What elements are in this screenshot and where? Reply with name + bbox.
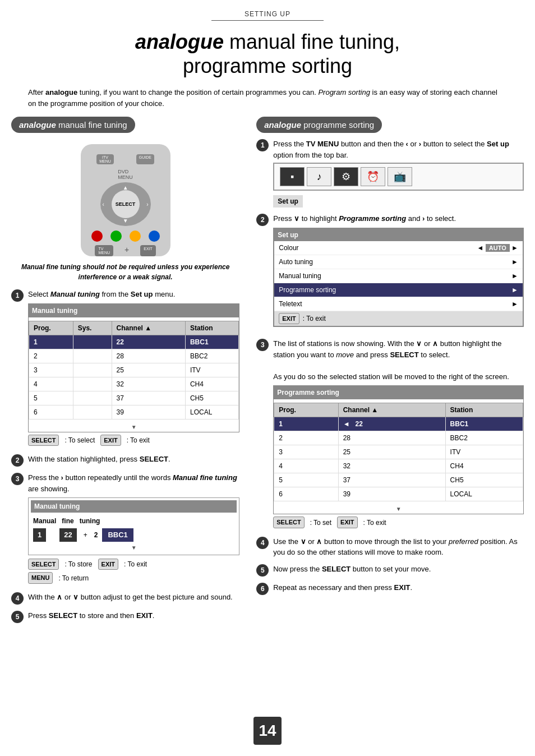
auto-tuning-arrow: ► xyxy=(511,257,518,267)
manual-tuning-table: Prog. Sys. Channel ▲ Station 122BBC1 xyxy=(29,321,239,420)
right-step-num-5: 5 xyxy=(256,564,269,577)
left-step-1: 1 Select Manual tuning from the Set up m… xyxy=(11,289,239,448)
right-step-num-2: 2 xyxy=(256,214,269,226)
setup-row-autotuning: Auto tuning ► xyxy=(274,255,523,269)
plus-icon: + xyxy=(124,245,129,256)
fine-tune-value-row: 1 22 + 2 BBC1 xyxy=(31,527,237,543)
right-step-2: 2 Press ∨ to highlight Programme sorting… xyxy=(256,213,524,333)
right-step-num-3: 3 xyxy=(256,339,269,351)
left-column: analogue manual fine tuning ITVMENU GUID… xyxy=(11,117,251,629)
setup-row-progsorting: Programme sorting ► xyxy=(274,283,523,297)
fine-tune-header: Manual tuning xyxy=(31,500,237,513)
title-rest: manual fine tuning, xyxy=(224,30,400,53)
setup-exit-bar: EXIT : To exit xyxy=(274,311,523,326)
nav-right: › xyxy=(146,201,148,208)
right-step-1-content: Press the TV MENU button and then the ‹ … xyxy=(273,139,524,208)
tv-menu-btn: TVMENU xyxy=(95,245,113,256)
step-num-1: 1 xyxy=(11,289,24,302)
page-number: 14 xyxy=(253,717,282,745)
setup-row-colour: Colour ◄ AUTO ► xyxy=(274,241,523,255)
warning-text: Manual fine tuning should not be require… xyxy=(11,262,239,282)
table-row: 1 ◄ 22 BBC1 xyxy=(274,417,523,431)
right-step-num-4: 4 xyxy=(256,537,269,549)
right-step-5: 5 Now press the SELECT button to set you… xyxy=(256,564,524,577)
table-row: 122BBC1 xyxy=(29,335,239,349)
step-2-content: With the station highlighted, press SELE… xyxy=(28,454,239,465)
left-section-header: analogue manual fine tuning xyxy=(11,117,135,133)
manual-tuning-header: Manual tuning xyxy=(29,304,239,317)
step-num-4: 4 xyxy=(11,592,24,605)
exit-key: EXIT xyxy=(100,435,121,446)
step-5-content: Press SELECT to store and then EXIT. xyxy=(28,610,239,621)
left-step-5: 5 Press SELECT to store and then EXIT. xyxy=(11,610,239,623)
icon-settings: ⚙ xyxy=(334,167,358,186)
scroll-down-arrow: ▼ xyxy=(29,423,239,431)
left-step-2: 2 With the station highlighted, press SE… xyxy=(11,454,239,467)
dvd-menu-label: DVDMENU xyxy=(118,169,133,180)
prog-sort-header: Programme sorting xyxy=(274,386,523,399)
table-row: 432CH4 xyxy=(29,377,239,391)
step-num-5: 5 xyxy=(11,611,24,623)
prog-sorting-arrow: ► xyxy=(511,285,518,295)
step-3-content: Press the › button repeatedly until the … xyxy=(28,472,239,586)
right-column: analogue programme sorting 1 Press the T… xyxy=(251,117,524,629)
left-step-4: 4 With the ∧ or ∨ button adjust to get t… xyxy=(11,592,239,605)
table-row: 432CH4 xyxy=(274,459,523,473)
right-step-num-1: 1 xyxy=(256,139,269,151)
prog-sort-table: Prog. Channel ▲ Station 1 ◄ 22 BBC1 xyxy=(274,403,523,501)
right-step-3-content: The list of stations is now showing. Wit… xyxy=(273,338,524,531)
guide-btn: GUIDE xyxy=(136,154,154,164)
right-step-5-content: Now press the SELECT button to set your … xyxy=(273,564,524,575)
left-step-3: 3 Press the › button repeatedly until th… xyxy=(11,472,239,586)
icon-tv: ▪ xyxy=(280,167,305,186)
right-step-6: 6 Repeat as necessary and then press EXI… xyxy=(256,582,524,595)
exit-key-ps: EXIT xyxy=(337,517,357,528)
table-row: 228BBC2 xyxy=(29,349,239,363)
top-header: SETTING UP xyxy=(211,0,324,21)
remote-image: ITVMENU GUIDE DVDMENU ▲ ‹ SELECT › ▼ xyxy=(11,144,239,256)
step-1-content: Select Manual tuning from the Set up men… xyxy=(28,289,239,448)
col-sys: Sys. xyxy=(73,321,112,335)
remote-control: ITVMENU GUIDE DVDMENU ▲ ‹ SELECT › ▼ xyxy=(81,144,170,256)
table-key-bar: SELECT : To select EXIT : To exit xyxy=(28,435,239,446)
setup-row-teletext: Teletext ► xyxy=(274,297,523,311)
setup-icons-row: ▪ ♪ ⚙ ⏰ 📺 xyxy=(273,163,524,191)
icon-screen: 📺 xyxy=(388,167,412,186)
setup-menu: Set up Colour ◄ AUTO ► Auto tuning ► Man… xyxy=(273,228,524,328)
prog-sort-key-bar: SELECT : To set EXIT : To exit xyxy=(273,517,524,528)
setup-menu-header: Set up xyxy=(274,229,523,241)
step-4-content: With the ∧ or ∨ button adjust to get the… xyxy=(28,592,239,603)
menu-key: MENU xyxy=(28,572,53,584)
right-section-header: analogue programme sorting xyxy=(256,117,382,133)
teletext-arrow: ► xyxy=(511,299,518,309)
fine-tune-label-row: Manual fine tuning xyxy=(31,515,237,527)
fine-tune-scroll-arrow: ▼ xyxy=(31,543,237,552)
right-step-4-content: Use the ∨ or ∧ button to move through th… xyxy=(273,536,524,558)
color-btn-1 xyxy=(91,231,103,242)
col-station: Station xyxy=(185,321,238,335)
intro-text: After analogue tuning, if you want to ch… xyxy=(0,81,535,117)
title-bold: analogue xyxy=(135,30,224,53)
table-row: 537CH5 xyxy=(29,391,239,405)
exit-key-setup: EXIT xyxy=(279,313,299,325)
prog-sort-scroll-arrow: ▼ xyxy=(274,505,523,513)
page-title: analogue manual fine tuning, programme s… xyxy=(0,25,535,81)
table-row: 639LOCAL xyxy=(274,487,523,501)
color-btn-3 xyxy=(130,231,141,242)
table-row: 537CH5 xyxy=(274,473,523,487)
col-channel: Channel ▲ xyxy=(112,321,185,335)
select-key-store: SELECT xyxy=(28,559,59,570)
fine-tune-key-bar: SELECT : To store EXIT : To exit xyxy=(28,559,239,570)
right-step-1: 1 Press the TV MENU button and then the … xyxy=(256,139,524,208)
select-key-ps: SELECT xyxy=(273,517,304,528)
right-step-4: 4 Use the ∨ or ∧ button to move through … xyxy=(256,536,524,558)
itv-menu-btn: ITVMENU xyxy=(96,154,114,164)
table-row: 325ITV xyxy=(274,445,523,459)
exit-key-ft: EXIT xyxy=(98,559,118,570)
setup-label: Set up xyxy=(273,195,303,208)
color-btn-2 xyxy=(110,231,122,242)
fine-tune-box: Manual tuning Manual fine tuning 1 22 + … xyxy=(28,497,239,555)
title-line2: programme sorting xyxy=(183,54,352,77)
nav-left: ‹ xyxy=(103,201,104,208)
fine-tune-menu-bar: MENU : To return xyxy=(28,572,239,584)
